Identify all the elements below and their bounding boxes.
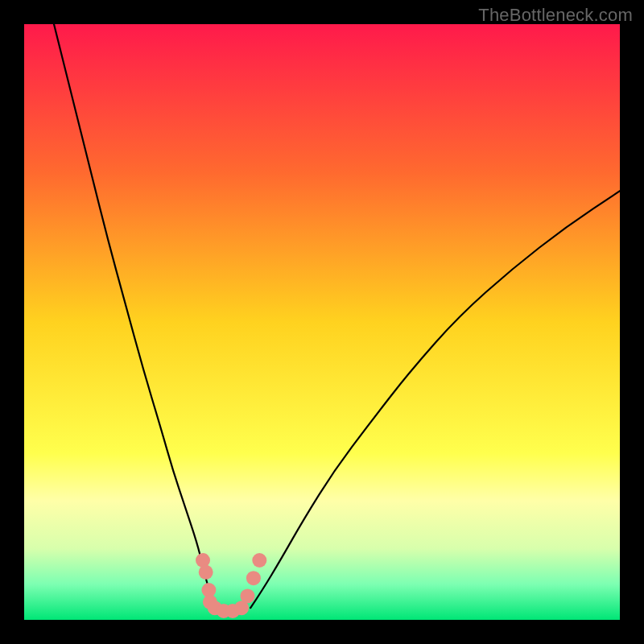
valley-dot-1: [199, 565, 213, 580]
bottleneck-chart: [24, 24, 620, 620]
valley-dot-10: [252, 553, 266, 568]
watermark-text: TheBottleneck.com: [478, 5, 633, 26]
chart-frame: TheBottleneck.com: [0, 0, 644, 644]
valley-dot-9: [246, 571, 261, 585]
plot-background: [24, 24, 620, 620]
valley-dot-8: [241, 588, 255, 603]
